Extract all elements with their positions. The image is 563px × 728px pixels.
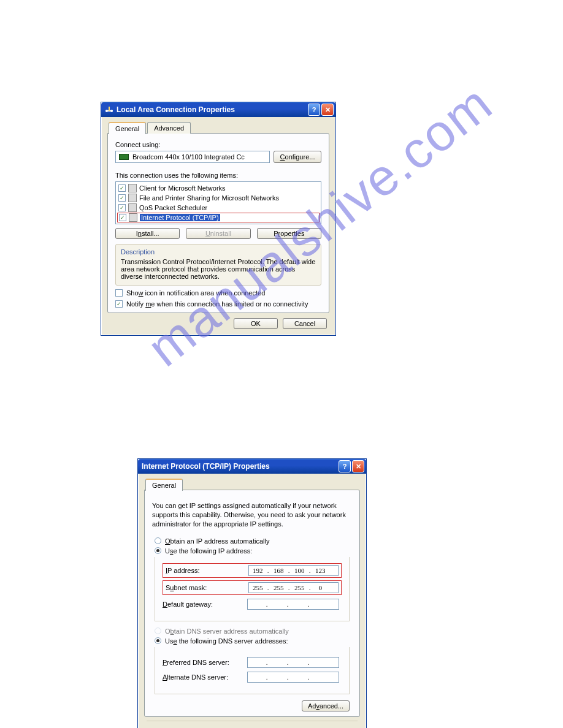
- checkbox-icon[interactable]: ✓: [118, 204, 126, 211]
- checkbox-icon[interactable]: ✓: [118, 194, 126, 202]
- radio-icon[interactable]: [155, 637, 161, 644]
- checkbox-icon[interactable]: ✓: [119, 214, 126, 221]
- radio-manual-dns[interactable]: Use the following DNS server addresses:: [155, 637, 352, 645]
- tcpip-properties-dialog: Internet Protocol (TCP/IP) Properties ? …: [137, 458, 367, 728]
- notify-limited-checkbox-row[interactable]: ✓ Notify me when this connection has lim…: [115, 300, 321, 308]
- radio-label: Use the following DNS server addresses:: [165, 637, 288, 645]
- description-title: Description: [121, 248, 316, 256]
- list-item[interactable]: ✓ Client for Microsoft Networks: [116, 183, 321, 193]
- radio-icon: [155, 628, 161, 634]
- help-button[interactable]: ?: [339, 460, 351, 472]
- items-label: This connection uses the following items…: [115, 172, 321, 179]
- item-label: QoS Packet Scheduler: [139, 204, 207, 211]
- item-label: Internet Protocol (TCP/IP): [140, 214, 220, 221]
- show-icon-checkbox-row[interactable]: Show icon in notification area when conn…: [115, 289, 321, 297]
- client-icon: [128, 184, 137, 192]
- subnet-mask-input[interactable]: 255. 255. 255. 0: [248, 582, 339, 593]
- help-button[interactable]: ?: [308, 104, 320, 116]
- radio-auto-dns: Obtain DNS server address automatically: [155, 628, 352, 635]
- checkbox-label: Notify me when this connection has limit…: [126, 300, 308, 308]
- dialog-title: Internet Protocol (TCP/IP) Properties: [142, 462, 337, 471]
- radio-auto-ip[interactable]: Obtain an IP address automatically: [155, 537, 352, 545]
- radio-manual-ip[interactable]: Use the following IP address:: [155, 547, 352, 555]
- cancel-button[interactable]: Cancel: [283, 318, 327, 329]
- titlebar[interactable]: Local Area Connection Properties ? ✕: [101, 102, 335, 117]
- close-button[interactable]: ✕: [321, 104, 334, 116]
- tab-general[interactable]: General: [145, 479, 183, 491]
- dns-group: Preferred DNS server: ... Alternate DNS …: [155, 647, 350, 694]
- svg-point-2: [110, 110, 113, 112]
- install-button[interactable]: Install...: [115, 228, 180, 239]
- description-box: Description Transmission Control Protoco…: [115, 244, 321, 286]
- alt-dns-input[interactable]: ...: [247, 672, 339, 683]
- svg-rect-3: [109, 107, 110, 111]
- tab-panel-general: Connect using: Broadcom 440x 10/100 Inte…: [107, 133, 329, 313]
- list-item[interactable]: ✓ QoS Packet Scheduler: [116, 203, 321, 213]
- titlebar[interactable]: Internet Protocol (TCP/IP) Properties ? …: [138, 459, 366, 474]
- checkbox-icon[interactable]: ✓: [118, 184, 126, 192]
- radio-label: Obtain DNS server address automatically: [165, 628, 289, 635]
- tab-advanced[interactable]: Advanced: [147, 122, 191, 134]
- list-item[interactable]: ✓ File and Printer Sharing for Microsoft…: [116, 193, 321, 203]
- lan-properties-dialog: Local Area Connection Properties ? ✕ Gen…: [101, 102, 336, 336]
- checkbox-icon[interactable]: [115, 289, 123, 297]
- item-label: File and Printer Sharing for Microsoft N…: [139, 194, 279, 202]
- adapter-name: Broadcom 440x 10/100 Integrated Cc: [132, 153, 245, 161]
- advanced-button[interactable]: Advanced...: [302, 700, 350, 711]
- ip-address-label: IP address:: [166, 567, 243, 574]
- svg-point-1: [105, 110, 108, 112]
- item-label: Client for Microsoft Networks: [139, 184, 226, 192]
- gateway-input[interactable]: . . .: [247, 599, 339, 610]
- pref-dns-label: Preferred DNS server:: [163, 659, 242, 666]
- tabstrip: General Advanced: [107, 122, 329, 134]
- intro-text: You can get IP settings assigned automat…: [152, 501, 352, 529]
- checkbox-label: Show icon in notification area when conn…: [126, 289, 265, 297]
- radio-label: Obtain an IP address automatically: [165, 537, 269, 545]
- ip-address-group: IP address: 192. 168. 100. 123 Subnet ma…: [155, 557, 350, 621]
- ip-address-input[interactable]: 192. 168. 100. 123: [248, 565, 339, 576]
- protocol-icon: [129, 213, 137, 222]
- tab-general[interactable]: General: [109, 122, 146, 134]
- close-button[interactable]: ✕: [352, 460, 364, 472]
- dialog-title: Local Area Connection Properties: [117, 105, 307, 114]
- service-icon: [128, 194, 137, 202]
- service-icon: [128, 203, 137, 212]
- gateway-label: Default gateway:: [163, 601, 242, 608]
- alt-dns-label: Alternate DNS server:: [163, 673, 242, 681]
- network-icon: [105, 105, 113, 114]
- connect-using-label: Connect using:: [115, 141, 321, 148]
- radio-icon[interactable]: [155, 547, 161, 554]
- nic-icon: [119, 154, 129, 160]
- checkbox-icon[interactable]: ✓: [115, 300, 123, 308]
- item-properties-button[interactable]: Properties: [257, 228, 321, 239]
- pref-dns-input[interactable]: ...: [247, 657, 339, 668]
- subnet-mask-label: Subnet mask:: [166, 584, 243, 591]
- list-item-tcpip[interactable]: ✓ Internet Protocol (TCP/IP): [117, 213, 320, 222]
- description-text: Transmission Control Protocol/Internet P…: [121, 258, 316, 280]
- configure-button[interactable]: Configure...: [274, 151, 321, 163]
- ok-button[interactable]: OK: [234, 318, 278, 329]
- radio-label: Use the following IP address:: [165, 547, 252, 555]
- tabstrip: General: [144, 479, 360, 490]
- uninstall-button: Uninstall: [186, 228, 250, 239]
- adapter-field[interactable]: Broadcom 440x 10/100 Integrated Cc: [115, 151, 270, 163]
- items-listbox[interactable]: ✓ Client for Microsoft Networks ✓ File a…: [115, 181, 321, 224]
- tab-panel-general: You can get IP settings assigned automat…: [144, 490, 360, 717]
- radio-icon[interactable]: [155, 537, 161, 544]
